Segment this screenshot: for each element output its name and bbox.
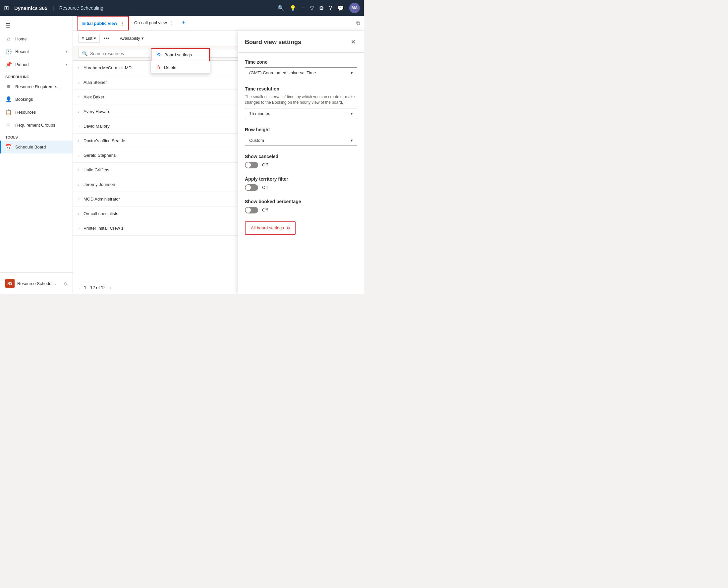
schedule-board-icon: 📅 bbox=[5, 144, 12, 150]
sidebar-bottom-rs[interactable]: RS Resource Schedul... ◇ bbox=[0, 275, 72, 291]
all-board-settings-link[interactable]: All board settings ⧉ bbox=[245, 222, 296, 235]
lightbulb-icon[interactable]: 💡 bbox=[290, 5, 296, 11]
pagination-prev[interactable]: ‹ bbox=[78, 285, 80, 291]
timezone-label: Time zone bbox=[245, 59, 357, 65]
resource-req-icon: ≡ bbox=[5, 84, 12, 89]
dropdown-board-settings[interactable]: ⚙ Board settings bbox=[151, 48, 210, 61]
sidebar-item-recent[interactable]: 🕐 Recent ▾ bbox=[0, 45, 72, 58]
show-booked-pct-toggle-row: Off bbox=[245, 207, 357, 213]
show-booked-pct-toggle[interactable] bbox=[245, 207, 258, 213]
time-resolution-value: 15 minutes bbox=[249, 111, 271, 116]
time-resolution-desc: The smallest interval of time, by which … bbox=[245, 94, 357, 105]
tab-initial-public[interactable]: Initial public view ⋮ bbox=[77, 16, 129, 30]
time-resolution-select[interactable]: 15 minutes ▾ bbox=[245, 108, 357, 119]
resource-name: Alan Steiner bbox=[84, 80, 107, 85]
resource-expand-icon: › bbox=[78, 124, 80, 129]
brand-name: Dynamics 365 bbox=[14, 5, 47, 11]
sidebar-item-bookings[interactable]: 👤 Bookings bbox=[0, 93, 72, 106]
tab-right-area: ⧉ bbox=[356, 20, 360, 26]
main-content: Initial public view ⋮ On-call pool view … bbox=[73, 16, 364, 294]
settings-panel-title: Board view settings bbox=[245, 39, 301, 46]
sidebar-resources-label: Resources bbox=[15, 110, 36, 115]
resource-expand-icon: › bbox=[78, 139, 80, 143]
time-resolution-field: Time resolution The smallest interval of… bbox=[245, 86, 357, 119]
row-height-label: Row height bbox=[245, 127, 357, 132]
dropdown-delete[interactable]: 🗑 Delete bbox=[151, 61, 210, 73]
apply-territory-toggle[interactable] bbox=[245, 184, 258, 191]
board-view-settings-panel: Board view settings ✕ Time zone (GMT) Co… bbox=[238, 30, 364, 294]
resource-expand-icon: › bbox=[78, 197, 80, 202]
time-resolution-label: Time resolution bbox=[245, 86, 357, 91]
resource-name: MOD Administrator bbox=[84, 196, 120, 202]
resource-name: Halle Griffiths bbox=[84, 167, 109, 172]
sidebar-item-resource-req[interactable]: ≡ Resource Requireme... bbox=[0, 80, 72, 93]
sidebar-bookings-label: Bookings bbox=[15, 97, 33, 102]
row-height-field: Row height Custom ▾ bbox=[245, 127, 357, 146]
tab-initial-public-dots[interactable]: ⋮ bbox=[120, 21, 124, 26]
app-launcher-icon[interactable]: ⊞ bbox=[4, 4, 9, 12]
availability-filter[interactable]: Availability ▾ bbox=[120, 36, 144, 41]
help-icon[interactable]: ? bbox=[329, 5, 332, 11]
resource-expand-icon: › bbox=[78, 153, 80, 158]
resource-expand-icon: › bbox=[78, 95, 80, 100]
dropdown-menu: ⚙ Board settings 🗑 Delete bbox=[150, 48, 210, 74]
broadcast-icon[interactable]: ⧉ bbox=[356, 20, 360, 26]
tab-on-call-pool[interactable]: On-call pool view ⋮ bbox=[130, 16, 178, 30]
sidebar-item-home[interactable]: ⌂ Home bbox=[0, 33, 72, 45]
avatar[interactable]: MA bbox=[349, 3, 360, 13]
sidebar: ☰ ⌂ Home 🕐 Recent ▾ 📌 Pinned ▾ Schedulin… bbox=[0, 16, 73, 294]
resource-expand-icon: › bbox=[78, 109, 80, 114]
sidebar-pinned-label: Pinned bbox=[15, 62, 28, 67]
show-canceled-toggle[interactable] bbox=[245, 162, 258, 168]
sidebar-item-resources[interactable]: 📋 Resources bbox=[0, 106, 72, 119]
main-layout: ☰ ⌂ Home 🕐 Recent ▾ 📌 Pinned ▾ Schedulin… bbox=[0, 16, 364, 294]
add-icon[interactable]: + bbox=[302, 5, 304, 11]
show-booked-pct-label: Show booked percentage bbox=[245, 199, 357, 204]
resource-expand-icon: › bbox=[78, 226, 80, 231]
show-canceled-label: Show canceled bbox=[245, 154, 357, 159]
apply-territory-field: Apply territory filter Off bbox=[245, 176, 357, 191]
sidebar-bottom: RS Resource Schedul... ◇ bbox=[0, 272, 72, 294]
add-tab-button[interactable]: + bbox=[179, 18, 188, 28]
list-icon: ≡ bbox=[82, 36, 85, 41]
settings-panel-header: Board view settings ✕ bbox=[238, 30, 364, 53]
search-icon[interactable]: 🔍 bbox=[278, 5, 284, 11]
settings-panel-close-button[interactable]: ✕ bbox=[349, 37, 357, 47]
delete-label: Delete bbox=[164, 65, 177, 70]
tools-section-header: Tools bbox=[0, 131, 72, 141]
show-canceled-field: Show canceled Off bbox=[245, 154, 357, 168]
tab-bar: Initial public view ⋮ On-call pool view … bbox=[73, 16, 364, 30]
sidebar-resource-req-label: Resource Requireme... bbox=[15, 84, 60, 89]
pagination-next[interactable]: › bbox=[110, 285, 111, 291]
sidebar-recent-label: Recent bbox=[15, 49, 29, 54]
module-name: Resource Scheduling bbox=[59, 5, 103, 10]
board-settings-menu-icon: ⚙ bbox=[157, 52, 161, 57]
bookings-icon: 👤 bbox=[5, 96, 12, 102]
row-height-value: Custom bbox=[249, 138, 264, 143]
resource-name: David Mallory bbox=[84, 124, 110, 129]
pinned-arrow-icon: ▾ bbox=[66, 63, 67, 66]
row-height-select[interactable]: Custom ▾ bbox=[245, 135, 357, 146]
timezone-field: Time zone (GMT) Coordinated Universal Ti… bbox=[245, 59, 357, 78]
settings-nav-icon[interactable]: ⚙ bbox=[319, 5, 324, 11]
apply-territory-label: Apply territory filter bbox=[245, 176, 357, 182]
rs-avatar: RS bbox=[5, 279, 15, 288]
row-height-arrow-icon: ▾ bbox=[350, 138, 353, 143]
tab-on-call-dots[interactable]: ⋮ bbox=[170, 20, 174, 25]
toolbar-more-button[interactable]: ••• bbox=[101, 34, 112, 43]
sidebar-item-schedule-board[interactable]: 📅 Schedule Board bbox=[0, 141, 72, 153]
list-view-button[interactable]: ≡ List ▾ bbox=[78, 34, 100, 43]
chat-icon[interactable]: 💬 bbox=[337, 5, 344, 11]
sidebar-item-req-groups[interactable]: ≡ Requirement Groups bbox=[0, 119, 72, 131]
timezone-arrow-icon: ▾ bbox=[350, 70, 353, 75]
resource-expand-icon: › bbox=[78, 168, 80, 172]
timezone-select[interactable]: (GMT) Coordinated Universal Time ▾ bbox=[245, 67, 357, 78]
time-resolution-arrow-icon: ▾ bbox=[350, 111, 353, 116]
availability-label: Availability bbox=[120, 36, 140, 41]
top-nav: ⊞ Dynamics 365 | Resource Scheduling 🔍 💡… bbox=[0, 0, 364, 16]
resource-name: Jeremy Johnson bbox=[84, 182, 115, 187]
resource-expand-icon: › bbox=[78, 80, 80, 85]
sidebar-item-pinned[interactable]: 📌 Pinned ▾ bbox=[0, 58, 72, 71]
sidebar-toggle[interactable]: ☰ bbox=[0, 19, 72, 33]
filter-icon[interactable]: ▽ bbox=[310, 5, 314, 11]
